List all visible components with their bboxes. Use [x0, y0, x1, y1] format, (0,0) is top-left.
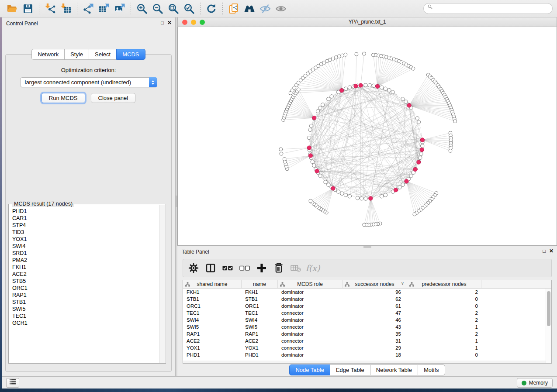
export-network-button[interactable] — [80, 1, 96, 16]
float-panel-icon[interactable]: □ — [161, 20, 164, 26]
table-row[interactable]: SWI4SWI4dominator462 — [183, 316, 551, 323]
graph-node[interactable] — [321, 103, 325, 107]
refresh-button[interactable] — [204, 1, 219, 16]
mcds-list-scrollbar[interactable] — [159, 205, 165, 363]
graph-node[interactable] — [398, 186, 401, 189]
graph-dominator-node[interactable] — [331, 186, 335, 190]
graph-node[interactable] — [380, 86, 383, 89]
task-history-button[interactable] — [6, 378, 19, 388]
graph-node[interactable] — [318, 174, 322, 178]
graph-dominator-node[interactable] — [420, 138, 424, 142]
close-panel-icon[interactable]: ✕ — [167, 20, 172, 26]
graph-dominator-node[interactable] — [308, 154, 312, 158]
zoom-out-button[interactable] — [150, 1, 166, 16]
table-row[interactable]: ORC1ORC1dominator610 — [183, 303, 551, 309]
close-table-panel-icon[interactable]: ✕ — [549, 248, 554, 254]
graph-dominator-node[interactable] — [417, 160, 421, 164]
export-image-button[interactable] — [112, 1, 128, 16]
graph-dominator-node[interactable] — [307, 146, 311, 150]
graph-node[interactable] — [415, 117, 419, 120]
mcds-result-item[interactable]: SWI5 — [9, 306, 159, 313]
graph-node[interactable] — [412, 67, 415, 70]
graph-dominator-node[interactable] — [394, 188, 398, 192]
graph-dominator-node[interactable] — [339, 89, 343, 93]
column-header-shared-name[interactable]: shared name — [183, 280, 242, 288]
graph-node[interactable] — [344, 193, 347, 197]
graph-node[interactable] — [311, 160, 314, 163]
zoom-in-button[interactable] — [134, 1, 150, 16]
graph-node[interactable] — [297, 88, 300, 91]
graph-node[interactable] — [280, 152, 283, 155]
graph-node[interactable] — [279, 148, 283, 151]
mcds-result-item[interactable]: ACE2 — [9, 271, 159, 278]
mcds-result-item[interactable]: CAR1 — [9, 215, 159, 222]
graph-node[interactable] — [348, 86, 351, 89]
graph-node[interactable] — [384, 87, 387, 90]
graph-node[interactable] — [360, 196, 363, 200]
graph-node[interactable] — [327, 97, 330, 101]
graph-dominator-node[interactable] — [354, 84, 358, 88]
graph-node[interactable] — [336, 190, 340, 193]
mcds-result-item[interactable]: TEC1 — [9, 313, 159, 320]
table-scrollbar[interactable] — [546, 289, 551, 363]
column-header-successor-nodes[interactable]: successor nodes∨ — [343, 280, 407, 288]
graph-dominator-node[interactable] — [369, 196, 373, 200]
deselect-all-rows-button[interactable] — [238, 261, 252, 275]
mcds-result-item[interactable]: ORC1 — [9, 285, 159, 292]
show-columns-button[interactable] — [204, 261, 218, 275]
graph-dominator-node[interactable] — [405, 179, 408, 183]
memory-button[interactable]: Memory — [517, 378, 553, 388]
table-hscroll-track[interactable] — [183, 361, 546, 363]
graph-node[interactable] — [356, 196, 359, 199]
open-file-button[interactable] — [4, 1, 20, 16]
graph-node[interactable] — [307, 136, 311, 140]
close-panel-button[interactable]: Close panel — [91, 93, 136, 103]
search-box[interactable] — [423, 3, 553, 14]
column-header-MCDS-role[interactable]: MCDS role — [278, 280, 343, 288]
network-canvas[interactable] — [177, 27, 557, 245]
table-options-button[interactable] — [187, 261, 201, 275]
table-row[interactable]: YOX1YOX1connector291 — [183, 344, 551, 351]
graph-dominator-node[interactable] — [420, 148, 424, 151]
network-graph[interactable] — [178, 27, 557, 244]
graph-dominator-node[interactable] — [312, 116, 316, 120]
graph-node[interactable] — [449, 149, 452, 152]
mcds-result-item[interactable]: STP4 — [9, 222, 159, 229]
save-session-button[interactable] — [20, 1, 36, 16]
table-row[interactable]: TEC1TEC1connector472 — [183, 309, 551, 316]
graph-node[interactable] — [316, 110, 319, 113]
graph-node[interactable] — [340, 192, 344, 195]
graph-node[interactable] — [391, 90, 394, 94]
graph-node[interactable] — [401, 183, 405, 186]
graph-node[interactable] — [362, 52, 366, 55]
column-header-predecessor-nodes[interactable]: predecessor nodes — [407, 280, 481, 288]
tab-style[interactable]: Style — [64, 49, 89, 60]
graph-node[interactable] — [419, 156, 422, 159]
run-mcds-button[interactable]: Run MCDS — [42, 93, 85, 103]
graph-node[interactable] — [330, 95, 333, 98]
graph-node[interactable] — [283, 158, 286, 161]
tab-mcds[interactable]: MCDS — [116, 49, 145, 60]
zoom-fit-button[interactable] — [166, 1, 181, 16]
graph-node[interactable] — [344, 53, 347, 56]
import-network-button[interactable] — [42, 1, 58, 16]
mcds-result-item[interactable]: SRD1 — [9, 250, 159, 257]
clone-network-button[interactable] — [226, 1, 242, 16]
export-table-button[interactable] — [96, 1, 112, 16]
graph-node[interactable] — [309, 199, 312, 203]
graph-dominator-node[interactable] — [375, 84, 379, 88]
graph-node[interactable] — [341, 54, 344, 57]
graph-node[interactable] — [355, 52, 358, 56]
delete-column-button[interactable] — [272, 261, 286, 275]
graph-node[interactable] — [364, 83, 367, 87]
tab-node-table[interactable]: Node Table — [289, 364, 330, 375]
graph-node[interactable] — [363, 223, 366, 227]
table-row[interactable]: PHD1PHD1dominator180 — [183, 351, 551, 358]
graph-node[interactable] — [417, 120, 421, 124]
mcds-result-item[interactable]: TID3 — [9, 229, 159, 236]
tab-select[interactable]: Select — [89, 49, 116, 60]
graph-node[interactable] — [348, 195, 351, 198]
graph-node[interactable] — [364, 197, 367, 200]
graph-dominator-node[interactable] — [407, 103, 411, 107]
graph-node[interactable] — [344, 87, 347, 90]
